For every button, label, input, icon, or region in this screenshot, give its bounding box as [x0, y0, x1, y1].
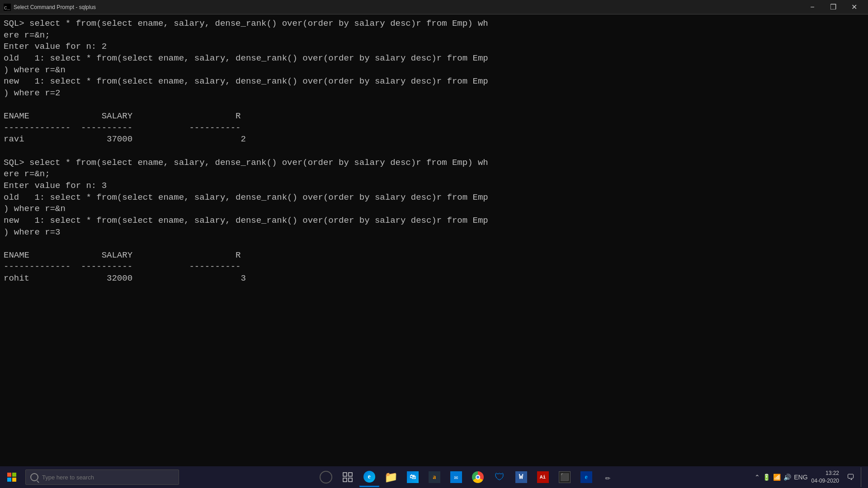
word-button[interactable]: W — [511, 467, 531, 487]
svg-rect-2 — [7, 473, 11, 477]
terminal-line-9: ENAME SALARY R — [4, 111, 241, 121]
store-button[interactable]: 🛍 — [403, 467, 423, 487]
titlebar-title: Select Command Prompt - sqlplus — [14, 4, 96, 10]
terminal-line-11: ravi 37000 2 — [4, 134, 246, 144]
terminal-output[interactable]: SQL> select * from(select ename, salary,… — [0, 14, 868, 466]
svg-rect-8 — [343, 478, 347, 482]
pen-icon: ✏ — [605, 472, 611, 483]
svg-rect-3 — [12, 473, 16, 477]
battery-icon[interactable]: 🔋 — [763, 474, 770, 481]
task-view-button[interactable] — [338, 467, 358, 487]
cortana-button[interactable] — [316, 467, 336, 487]
chrome-icon — [472, 471, 484, 483]
terminal-line-23: rohit 32000 3 — [4, 273, 246, 283]
sticky-notes-button[interactable]: ✏ — [598, 467, 618, 487]
acrobat-icon: Ai — [537, 471, 549, 483]
terminal-line-17: ) where r=&n — [4, 204, 66, 214]
system-tray: ⌃ 🔋 📶 🔊 ENG — [755, 474, 807, 481]
terminal-line-19: ) where r=3 — [4, 227, 60, 237]
terminal-line-7: ) where r=2 — [4, 88, 60, 98]
cortana-circle-icon — [320, 471, 332, 483]
show-desktop-button[interactable] — [861, 467, 864, 487]
chrome-button[interactable] — [468, 467, 488, 487]
clock-time: 13:22 — [811, 469, 839, 477]
ie-button[interactable]: e — [576, 467, 596, 487]
terminal-line-14: ere r=&n; — [4, 169, 50, 179]
svg-rect-9 — [349, 478, 352, 482]
folder-icon: 📁 — [384, 471, 398, 484]
svg-rect-4 — [7, 478, 11, 482]
terminal-line-18: new 1: select * from(select ename, salar… — [4, 216, 488, 225]
terminal-line-10: ------------- ---------- ---------- — [4, 123, 241, 133]
language-label[interactable]: ENG — [794, 474, 807, 481]
chrome-inner-circle — [476, 475, 480, 479]
minimize-button[interactable]: − — [802, 0, 823, 14]
terminal-line-22: ------------- ---------- ---------- — [4, 262, 241, 272]
notifications-button[interactable]: 🗨 — [843, 469, 859, 485]
search-bar[interactable] — [25, 469, 179, 485]
search-icon — [30, 473, 38, 481]
shield-icon: 🛡 — [495, 471, 505, 483]
svg-rect-7 — [349, 473, 352, 476]
volume-icon[interactable]: 🔊 — [783, 474, 791, 481]
clock[interactable]: 13:22 04-09-2020 — [810, 469, 841, 485]
titlebar-controls: − ❒ ✕ — [802, 0, 864, 14]
ie-icon: e — [580, 471, 592, 483]
taskbar-center: e 📁 🛍 a ✉ 🛡 W — [316, 466, 618, 488]
search-input[interactable] — [42, 474, 169, 481]
titlebar-left: C_ Select Command Prompt - sqlplus — [4, 4, 96, 11]
file-explorer-button[interactable]: 📁 — [381, 467, 401, 487]
taskbar: e 📁 🛍 a ✉ 🛡 W — [0, 466, 868, 488]
terminal-line-4: old 1: select * from(select ename, salar… — [4, 53, 488, 63]
clock-date: 04-09-2020 — [811, 477, 839, 485]
terminal-line-16: old 1: select * from(select ename, salar… — [4, 192, 488, 202]
terminal-line-6: new 1: select * from(select ename, salar… — [4, 76, 488, 86]
word-icon: W — [515, 471, 527, 483]
restore-button[interactable]: ❒ — [823, 0, 844, 14]
tray-expand-icon[interactable]: ⌃ — [755, 474, 760, 481]
terminal-line-13: SQL> select * from(select ename, salary,… — [4, 158, 488, 168]
store-icon: 🛍 — [407, 471, 419, 483]
file-manager-icon: ⬛ — [559, 471, 571, 483]
file-manager-button[interactable]: ⬛ — [555, 467, 575, 487]
terminal-line-1: SQL> select * from(select ename, salary,… — [4, 19, 488, 28]
cmd-icon: C_ — [4, 4, 11, 11]
start-button[interactable] — [0, 466, 24, 488]
edge-button[interactable]: e — [359, 467, 379, 487]
terminal-line-2: ere r=&n; — [4, 30, 50, 40]
task-view-icon — [343, 472, 353, 482]
mail-button[interactable]: ✉ — [446, 467, 466, 487]
terminal-line-5: ) where r=&n — [4, 65, 66, 75]
mail-icon: ✉ — [450, 471, 462, 483]
terminal-line-12 — [4, 146, 9, 156]
edge-icon: e — [363, 471, 375, 483]
close-button[interactable]: ✕ — [844, 0, 864, 14]
windows-logo-icon — [7, 473, 16, 482]
acrobat-button[interactable]: Ai — [533, 467, 553, 487]
amazon-button[interactable]: a — [425, 467, 444, 487]
svg-text:C_: C_ — [4, 5, 10, 11]
notification-icon: 🗨 — [847, 473, 855, 482]
terminal-line-3: Enter value for n: 2 — [4, 42, 107, 52]
amazon-icon: a — [429, 471, 440, 483]
taskbar-right: ⌃ 🔋 📶 🔊 ENG 13:22 04-09-2020 🗨 — [755, 466, 868, 488]
terminal-line-8 — [4, 99, 9, 109]
taskbar-left — [0, 466, 179, 488]
terminal-line-21: ENAME SALARY R — [4, 250, 241, 260]
titlebar: C_ Select Command Prompt - sqlplus − ❒ ✕ — [0, 0, 868, 14]
network-icon[interactable]: 📶 — [773, 474, 781, 481]
windows-security-button[interactable]: 🛡 — [490, 467, 509, 487]
svg-rect-6 — [343, 473, 347, 476]
terminal-line-20 — [4, 239, 9, 249]
svg-rect-5 — [12, 478, 16, 482]
terminal-line-15: Enter value for n: 3 — [4, 181, 107, 191]
